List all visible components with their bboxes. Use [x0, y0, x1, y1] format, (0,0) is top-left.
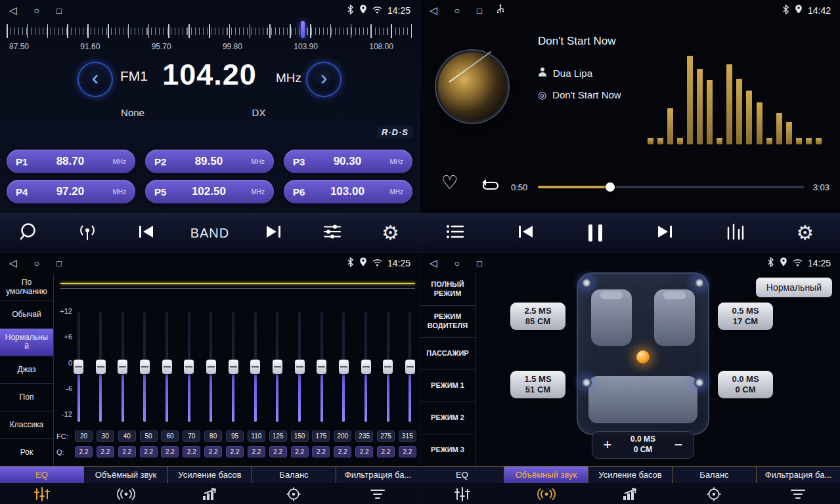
eq-preset-4[interactable]: Джаз [0, 356, 53, 384]
front-left-delay[interactable]: 2.5 MS 85 CM [510, 303, 565, 330]
listen-mode-1[interactable]: ПОЛНЫЙ РЕЖИМ [420, 274, 475, 306]
previous-track-button[interactable] [512, 224, 539, 242]
listen-mode-5[interactable]: РЕЖИМ 2 [420, 402, 475, 434]
settings-gear-icon[interactable]: ⚙ [377, 223, 405, 243]
eq-band-slider-6[interactable] [184, 312, 194, 422]
audio-tab-surround[interactable]: Объёмный звук [84, 467, 168, 483]
band-button[interactable]: BAND [190, 226, 230, 241]
audio-tab-bass-boost[interactable]: Усиление басов [588, 467, 673, 483]
audio-tab-bass-boost[interactable]: Усиление басов [168, 467, 252, 483]
slider-handle[interactable] [383, 360, 393, 374]
audio-tab-filter[interactable]: Фильтрация ба... [336, 467, 420, 483]
eq-band-slider-2[interactable] [96, 312, 106, 422]
eq-band-slider-7[interactable] [206, 312, 216, 422]
eq-preset-3[interactable]: Нормальный [0, 329, 53, 356]
listening-position-dot[interactable] [636, 350, 650, 364]
slider-handle[interactable] [405, 360, 415, 374]
playlist-button[interactable] [441, 224, 469, 242]
listen-mode-3[interactable]: ПАССАЖИР [420, 338, 475, 370]
audio-tab-surround[interactable]: Объёмный звук [504, 467, 588, 483]
tune-down-button[interactable]: ‹ [77, 62, 113, 97]
home-icon[interactable]: ○ [34, 258, 39, 268]
decrease-button[interactable]: − [671, 438, 686, 452]
audio-tab-balance[interactable]: Баланс [673, 467, 757, 483]
slider-handle[interactable] [229, 360, 238, 374]
bass-boost-icon[interactable] [168, 488, 252, 501]
rear-seat[interactable] [588, 376, 697, 423]
slider-handle[interactable] [74, 360, 83, 374]
tune-up-button[interactable]: › [306, 62, 342, 97]
slider-handle[interactable] [140, 360, 150, 374]
slider-handle[interactable] [118, 360, 127, 374]
audio-tab-eq-sliders[interactable]: EQ [0, 467, 84, 483]
slider-handle[interactable] [162, 360, 172, 374]
slider-handle[interactable] [317, 360, 326, 374]
eq-band-slider-15[interactable] [383, 312, 393, 422]
eq-band-slider-11[interactable] [295, 312, 305, 422]
slider-handle[interactable] [361, 360, 371, 374]
eq-band-slider-13[interactable] [339, 312, 349, 422]
previous-station-button[interactable] [132, 224, 160, 242]
balance-icon[interactable] [252, 487, 336, 501]
eq-preset-5[interactable]: Поп [0, 384, 53, 411]
eq-preset-6[interactable]: Классика [0, 411, 53, 439]
eq-band-slider-16[interactable] [405, 312, 415, 422]
home-icon[interactable]: ○ [34, 5, 39, 16]
eq-band-slider-12[interactable] [317, 312, 326, 422]
home-icon[interactable]: ○ [454, 5, 460, 16]
recents-icon[interactable]: □ [477, 259, 482, 268]
eq-band-slider-3[interactable] [118, 312, 127, 422]
back-icon[interactable]: ◁ [430, 257, 437, 269]
home-icon[interactable]: ○ [454, 258, 460, 268]
progress-bar[interactable] [538, 186, 805, 188]
eq-preset-7[interactable]: Рок [0, 439, 53, 466]
listen-mode-4[interactable]: РЕЖИМ 1 [420, 370, 475, 402]
eq-preset-badge[interactable]: Нормальный [756, 278, 832, 297]
listen-mode-2[interactable]: РЕЖИМ ВОДИТЕЛЯ [420, 306, 475, 338]
radio-preset-P4[interactable]: P497.20MHz [7, 180, 135, 203]
next-station-button[interactable] [260, 224, 288, 242]
increase-button[interactable]: + [600, 438, 615, 452]
eq-band-slider-8[interactable] [229, 312, 238, 422]
radio-preset-P5[interactable]: P5102.50MHz [145, 180, 274, 203]
back-icon[interactable]: ◁ [430, 5, 437, 16]
recents-icon[interactable]: □ [56, 6, 62, 16]
eq-band-slider-4[interactable] [140, 312, 150, 422]
pause-button[interactable] [581, 224, 609, 242]
settings-gear-icon[interactable]: ⚙ [791, 223, 819, 243]
eq-band-slider-1[interactable] [74, 312, 83, 422]
filter-icon[interactable] [756, 488, 840, 500]
frequency-ruler[interactable] [7, 22, 412, 39]
slider-handle[interactable] [184, 360, 194, 374]
slider-handle[interactable] [339, 360, 349, 374]
balance-icon[interactable] [672, 487, 756, 501]
slider-handle[interactable] [295, 360, 305, 374]
eq-band-slider-5[interactable] [162, 312, 172, 422]
search-button[interactable] [15, 222, 43, 244]
eq-band-slider-10[interactable] [273, 312, 282, 422]
front-right-seat[interactable] [654, 289, 695, 346]
favorite-heart-icon[interactable]: ♡ [441, 173, 458, 192]
radio-preset-P6[interactable]: P6103.00MHz [284, 180, 412, 203]
eq-sliders-icon[interactable] [0, 487, 84, 501]
eq-band-slider-9[interactable] [250, 312, 260, 422]
scan-button[interactable] [74, 223, 101, 243]
eq-preset-2[interactable]: Обычай [0, 301, 53, 329]
bass-boost-icon[interactable] [588, 488, 673, 501]
audio-tab-balance[interactable]: Баланс [252, 467, 336, 483]
surround-icon[interactable] [84, 488, 168, 501]
rear-right-delay[interactable]: 0.0 MS 0 CM [718, 371, 773, 398]
front-right-delay[interactable]: 0.5 MS 17 CM [718, 303, 773, 330]
slider-handle[interactable] [250, 360, 260, 374]
next-track-button[interactable] [652, 224, 679, 242]
filter-icon[interactable] [336, 488, 420, 500]
slider-handle[interactable] [96, 360, 106, 374]
slider-handle[interactable] [206, 360, 216, 374]
audio-tab-eq-sliders[interactable]: EQ [420, 467, 504, 483]
radio-preset-P2[interactable]: P289.50MHz [145, 150, 274, 173]
recents-icon[interactable]: □ [477, 6, 482, 16]
repeat-icon[interactable] [481, 178, 500, 196]
audio-tab-filter[interactable]: Фильтрация ба... [757, 467, 840, 483]
back-icon[interactable]: ◁ [9, 5, 17, 16]
surround-icon[interactable] [504, 488, 588, 501]
